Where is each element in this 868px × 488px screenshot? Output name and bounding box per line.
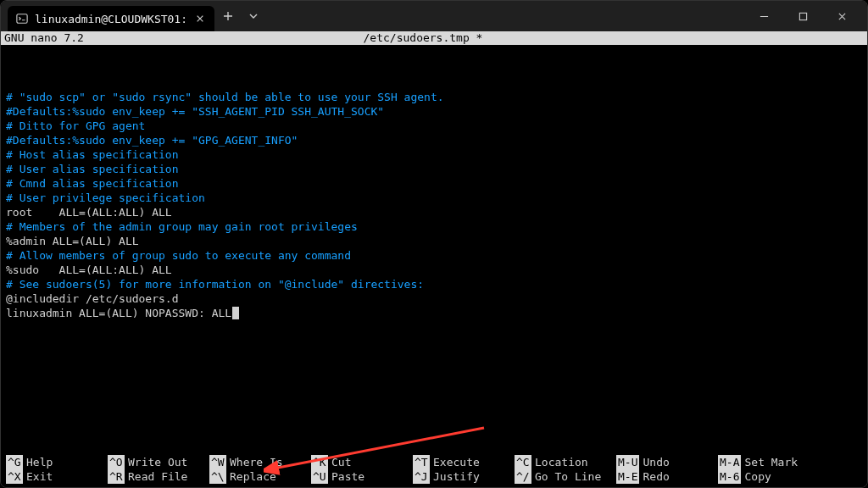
- shortcut-item: ^\Replace: [209, 469, 311, 484]
- shortcut-label: Redo: [643, 469, 669, 484]
- editor-line: #Defaults:%sudo env_keep += "GPG_AGENT_I…: [6, 133, 862, 147]
- shortcut-item: M-ASet Mark: [718, 455, 820, 469]
- tab-close-icon[interactable]: [194, 13, 206, 25]
- minimize-button[interactable]: [745, 3, 782, 30]
- svg-rect-1: [799, 13, 806, 19]
- shortcut-item: ^UPaste: [311, 469, 413, 484]
- editor-line: linuxadmin ALL=(ALL) NOPASSWD: ALL: [6, 306, 862, 320]
- shortcut-key: ^K: [311, 455, 328, 469]
- editor-line: # Cmnd alias specification: [6, 176, 862, 191]
- shortcut-item: ^KCut: [311, 455, 413, 469]
- nano-shortcut-bar: ^GHelp^OWrite Out^WWhere Is^KCut^TExecut…: [1, 455, 867, 487]
- terminal-window: linuxadmin@CLOUDWKST01: GNU nano 7.2 /et…: [0, 0, 868, 488]
- text-cursor: [232, 307, 239, 319]
- svg-rect-0: [17, 14, 27, 24]
- shortcut-key: ^J: [413, 469, 430, 484]
- shortcut-key: M-A: [718, 455, 741, 469]
- editor-line: %sudo ALL=(ALL:ALL) ALL: [6, 263, 862, 277]
- shortcut-key: ^G: [6, 455, 23, 469]
- editor-line: %admin ALL=(ALL) ALL: [6, 234, 862, 248]
- tab-title: linuxadmin@CLOUDWKST01:: [35, 13, 187, 25]
- shortcut-item: M-6Copy: [718, 469, 820, 484]
- shortcut-key: M-U: [616, 455, 639, 469]
- shortcut-label: Copy: [744, 469, 771, 484]
- editor-line: # Allow members of group sudo to execute…: [6, 248, 862, 263]
- nano-filename: /etc/sudoers.tmp *: [84, 31, 762, 45]
- shortcut-label: Justify: [433, 469, 480, 484]
- terminal-icon: [16, 13, 28, 25]
- shortcut-key: ^O: [108, 455, 125, 469]
- shortcut-key: ^R: [108, 469, 125, 484]
- shortcut-label: Go To Line: [535, 469, 601, 484]
- editor-line: # "sudo scp" or "sudo rsync" should be a…: [6, 90, 862, 104]
- shortcut-item: ^OWrite Out: [108, 455, 209, 469]
- shortcut-key: ^/: [515, 469, 531, 484]
- shortcut-key: ^X: [6, 469, 23, 484]
- shortcut-item: ^TExecute: [413, 455, 515, 469]
- shortcut-key: M-6: [718, 469, 741, 484]
- shortcut-item: ^WWhere Is: [209, 455, 311, 469]
- editor-line: # Members of the admin group may gain ro…: [6, 219, 862, 234]
- tab-dropdown-button[interactable]: [242, 4, 265, 28]
- editor-line: # Ditto for GPG agent: [6, 119, 862, 133]
- editor-line: @includedir /etc/sudoers.d: [6, 291, 862, 306]
- shortcut-label: Write Out: [128, 455, 187, 469]
- titlebar: linuxadmin@CLOUDWKST01:: [1, 1, 867, 31]
- shortcut-label: Paste: [331, 469, 364, 484]
- shortcut-item: M-ERedo: [616, 469, 718, 484]
- shortcut-item: ^XExit: [6, 469, 108, 484]
- shortcut-item: ^GHelp: [6, 455, 108, 469]
- nano-header-bar: GNU nano 7.2 /etc/sudoers.tmp *: [1, 31, 867, 45]
- shortcut-key: ^\: [209, 469, 226, 484]
- shortcut-label: Replace: [230, 469, 276, 484]
- shortcut-item: ^JJustify: [413, 469, 515, 484]
- shortcut-key: ^W: [209, 455, 226, 469]
- new-tab-button[interactable]: [216, 4, 240, 28]
- editor-area[interactable]: # "sudo scp" or "sudo rsync" should be a…: [1, 45, 867, 455]
- terminal-tab[interactable]: linuxadmin@CLOUDWKST01:: [8, 6, 214, 31]
- shortcut-label: Execute: [433, 455, 480, 469]
- close-button[interactable]: [823, 3, 860, 30]
- editor-line: root ALL=(ALL:ALL) ALL: [6, 205, 862, 219]
- shortcut-label: Set Mark: [744, 455, 798, 469]
- shortcut-label: Help: [26, 455, 53, 469]
- editor-line: #Defaults:%sudo env_keep += "SSH_AGENT_P…: [6, 104, 862, 119]
- shortcut-label: Exit: [26, 469, 53, 484]
- shortcut-item: M-UUndo: [616, 455, 718, 469]
- shortcut-item: ^CLocation: [515, 455, 616, 469]
- editor-line: # Host alias specification: [6, 147, 862, 162]
- window-controls: [745, 3, 860, 30]
- editor-line: # User privilege specification: [6, 191, 862, 205]
- shortcut-label: Cut: [331, 455, 351, 469]
- nano-version: GNU nano 7.2: [4, 31, 84, 45]
- shortcut-key: ^C: [515, 455, 531, 469]
- shortcut-item: ^/Go To Line: [515, 469, 616, 484]
- shortcut-item: ^RRead File: [108, 469, 209, 484]
- maximize-button[interactable]: [784, 3, 821, 30]
- editor-line: # See sudoers(5) for more information on…: [6, 277, 862, 291]
- editor-line: # User alias specification: [6, 162, 862, 176]
- shortcut-label: Where Is: [230, 455, 283, 469]
- shortcut-key: ^U: [311, 469, 328, 484]
- shortcut-label: Read File: [128, 469, 187, 484]
- shortcut-key: ^T: [413, 455, 430, 469]
- shortcut-label: Undo: [643, 455, 669, 469]
- shortcut-key: M-E: [616, 469, 639, 484]
- shortcut-label: Location: [535, 455, 588, 469]
